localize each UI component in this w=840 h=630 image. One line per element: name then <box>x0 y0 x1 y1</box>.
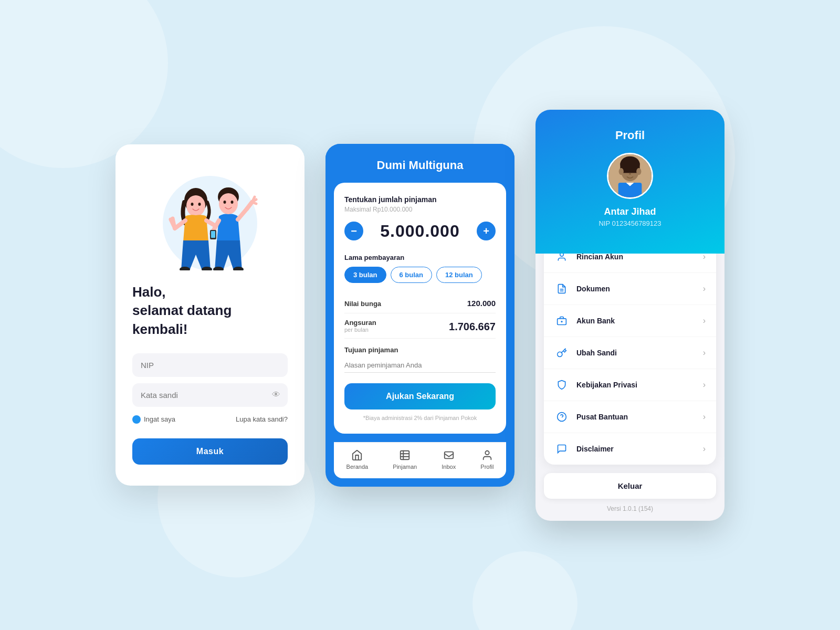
password-wrapper: 👁 <box>132 383 288 407</box>
svg-line-6 <box>173 218 175 228</box>
avatar <box>607 153 653 199</box>
characters-illustration <box>155 173 265 270</box>
login-button[interactable]: Masuk <box>132 438 288 465</box>
nav-profile[interactable]: Profil <box>480 449 494 470</box>
nav-loan-label: Pinjaman <box>393 464 417 470</box>
disclaimer-label: Disclaimer <box>576 445 696 453</box>
nav-loan[interactable]: Pinjaman <box>393 449 417 470</box>
bg-decoration-4 <box>472 551 578 630</box>
chevron-icon-2: › <box>703 284 706 293</box>
login-form: 👁 <box>132 353 288 407</box>
disclaimer-icon <box>554 442 569 456</box>
profile-menu-card: Rincian Akun › Dokumen › <box>544 241 716 465</box>
svg-rect-24 <box>401 450 410 459</box>
chevron-icon-7: › <box>703 444 706 454</box>
interest-label: Nilai bunga <box>344 300 381 308</box>
profile-title: Profil <box>615 129 645 142</box>
duration-3-months[interactable]: 3 bulan <box>344 267 386 283</box>
inbox-icon <box>443 449 455 461</box>
duration-6-months[interactable]: 6 bulan <box>391 267 433 283</box>
chevron-icon-4: › <box>703 348 706 358</box>
profile-icon <box>481 449 494 461</box>
key-icon <box>554 345 569 360</box>
shield-icon <box>554 377 569 392</box>
svg-line-19 <box>252 202 256 204</box>
svg-line-7 <box>206 220 215 226</box>
greeting-text: Halo, selamat datang kembali! <box>132 283 288 338</box>
profile-header: Profil <box>536 110 724 254</box>
duration-options: 3 bulan 6 bulan 12 bulan <box>344 267 496 283</box>
document-icon <box>554 281 569 296</box>
logout-button[interactable]: Keluar <box>544 473 716 499</box>
interest-row: Nilai bunga 120.000 <box>344 293 496 313</box>
pusat-bantuan-label: Pusat Bantuan <box>576 413 696 421</box>
help-icon <box>554 410 569 424</box>
nav-inbox[interactable]: Inbox <box>442 449 456 470</box>
interest-value: 120.000 <box>467 299 496 308</box>
svg-point-1 <box>186 195 205 216</box>
password-input[interactable] <box>132 383 288 407</box>
apply-button[interactable]: Ajukan Sekarang <box>344 383 496 410</box>
interest-label-group: Nilai bunga <box>344 300 381 308</box>
decrease-amount-button[interactable]: − <box>344 222 363 240</box>
svg-point-36 <box>625 169 628 172</box>
installment-label-group: Angsuran per bulan <box>344 319 376 333</box>
nip-input[interactable] <box>132 353 288 377</box>
login-options: Ingat saya Lupa kata sandi? <box>132 415 288 424</box>
list-icon <box>398 449 411 461</box>
login-screen: Halo, selamat datang kembali! 👁 Ingat sa… <box>116 144 304 485</box>
greeting: Halo, selamat datang kembali! <box>132 283 288 338</box>
profile-screen: Profil <box>536 110 724 521</box>
forgot-password-link[interactable]: Lupa kata sandi? <box>236 415 288 423</box>
duration-label: Lama pembayaran <box>344 254 496 261</box>
remember-label: Ingat saya <box>144 415 175 423</box>
menu-akun-bank[interactable]: Akun Bank › <box>544 305 716 337</box>
svg-point-2 <box>191 203 194 206</box>
installment-value: 1.706.667 <box>449 321 496 333</box>
bank-icon <box>554 313 569 328</box>
duration-12-months[interactable]: 12 bulan <box>436 267 482 283</box>
menu-dokumen[interactable]: Dokumen › <box>544 273 716 305</box>
loan-amount-value: 5.000.000 <box>380 222 459 241</box>
eye-icon[interactable]: 👁 <box>272 390 280 400</box>
svg-point-34 <box>619 168 624 175</box>
loan-header: Dumi Multiguna <box>326 144 514 183</box>
svg-point-35 <box>636 168 641 175</box>
svg-point-38 <box>629 173 631 174</box>
loan-amount-label: Tentukan jumlah pinjaman <box>344 195 496 204</box>
menu-pusat-bantuan[interactable]: Pusat Bantuan › <box>544 401 716 433</box>
increase-amount-button[interactable]: + <box>477 222 496 240</box>
profile-user-name: Antar Jihad <box>604 206 656 217</box>
version-text: Versi 1.0.1 (154) <box>536 505 724 521</box>
home-icon <box>351 449 363 461</box>
akun-bank-label: Akun Bank <box>576 317 696 325</box>
ubah-sandi-label: Ubah Sandi <box>576 349 696 357</box>
svg-point-11 <box>219 193 238 214</box>
svg-point-13 <box>231 201 234 204</box>
chevron-icon-5: › <box>703 380 706 390</box>
installment-row: Angsuran per bulan 1.706.667 <box>344 313 496 339</box>
dokumen-label: Dokumen <box>576 285 696 293</box>
menu-disclaimer[interactable]: Disclaimer › <box>544 433 716 465</box>
nav-profile-label: Profil <box>480 464 494 470</box>
installment-sub: per bulan <box>344 327 376 333</box>
footnote: *Biaya administrasi 2% dari Pinjaman Pok… <box>344 415 496 421</box>
purpose-label: Tujuan pinjaman <box>344 346 496 354</box>
chevron-icon-6: › <box>703 412 706 422</box>
svg-point-29 <box>485 450 489 454</box>
menu-kebijakan-privasi[interactable]: Kebijakan Privasi › <box>544 369 716 401</box>
loan-amount-row: − 5.000.000 + <box>344 222 496 241</box>
menu-ubah-sandi[interactable]: Ubah Sandi › <box>544 337 716 369</box>
loan-screen: Dumi Multiguna Tentukan jumlah pinjaman … <box>326 144 514 487</box>
svg-point-12 <box>224 201 226 204</box>
nav-home[interactable]: Beranda <box>346 449 369 470</box>
screens-container: Halo, selamat datang kembali! 👁 Ingat sa… <box>116 110 724 521</box>
illustration <box>152 165 268 270</box>
loan-max-label: Maksimal Rp10.000.000 <box>344 206 496 213</box>
remember-me[interactable]: Ingat saya <box>132 415 175 424</box>
purpose-input[interactable] <box>344 358 496 373</box>
profile-user-nip: NIP 0123456789123 <box>598 219 661 227</box>
rincian-akun-label: Rincian Akun <box>576 253 696 261</box>
nav-home-label: Beranda <box>346 464 369 470</box>
remember-dot <box>132 415 141 424</box>
